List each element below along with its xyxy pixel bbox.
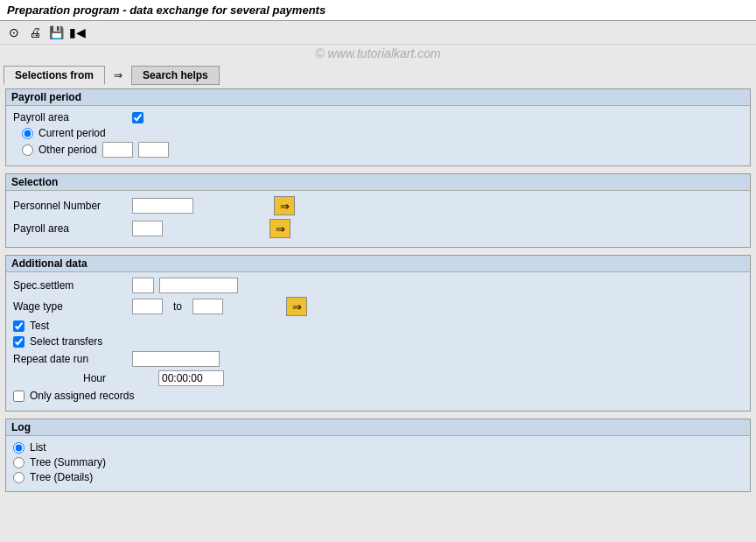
additional-data-section: Additional data Spec.settlem Wage type t… — [5, 255, 751, 412]
current-period-label: Current period — [38, 127, 106, 139]
other-period-row: Other period — [13, 142, 743, 158]
test-checkbox[interactable] — [13, 320, 24, 332]
personnel-number-input[interactable] — [132, 198, 193, 214]
other-period-label: Other period — [38, 144, 97, 156]
test-row: Test — [13, 320, 743, 332]
personnel-number-nav-btn[interactable]: ⇒ — [274, 196, 295, 215]
tree-details-radio-row: Tree (Details) — [13, 471, 743, 483]
forward-icon[interactable]: 🖨 — [26, 24, 44, 41]
personnel-number-label: Personnel Number — [13, 200, 127, 212]
payroll-area-label: Payroll area — [13, 111, 127, 123]
repeat-date-run-label: Repeat date run — [13, 353, 127, 365]
log-header: Log — [6, 419, 750, 436]
wage-type-input[interactable] — [132, 299, 163, 314]
stop-icon[interactable]: ▮◀ — [68, 24, 86, 41]
back-icon[interactable]: ⊙ — [5, 24, 23, 41]
only-assigned-row: Only assigned records — [13, 390, 743, 402]
payroll-period-section: Payroll period Payroll area Current peri… — [5, 88, 751, 166]
current-period-radio[interactable] — [22, 128, 33, 139]
hour-row: Hour 00:00:00 — [13, 370, 743, 386]
other-period-input2[interactable] — [138, 142, 169, 158]
repeat-date-run-row: Repeat date run — [13, 351, 743, 367]
personnel-number-row: Personnel Number ⇒ — [13, 196, 743, 215]
spec-settlem-row: Spec.settlem — [13, 278, 743, 293]
wage-type-label: Wage type — [13, 300, 127, 313]
selection-section: Selection Personnel Number ⇒ Payroll are… — [5, 173, 751, 248]
hour-label: Hour — [83, 372, 153, 384]
tree-summary-radio[interactable] — [13, 457, 24, 468]
tab-search-helps[interactable]: Search helps — [131, 66, 220, 85]
payroll-area-checkbox[interactable] — [132, 112, 144, 123]
tree-details-label: Tree (Details) — [30, 471, 93, 483]
payroll-period-header: Payroll period — [6, 89, 750, 106]
tab-bar: Selections from ⇒ Search helps — [0, 62, 756, 85]
spec-settlem-input1[interactable] — [132, 278, 154, 293]
payroll-area-row: Payroll area — [13, 111, 743, 123]
select-transfers-label: Select transfers — [30, 335, 102, 348]
tab-arrow-icon: ⇒ — [108, 66, 128, 85]
spec-settlem-label: Spec.settlem — [13, 279, 127, 292]
tab-selections-from[interactable]: Selections from — [4, 66, 105, 85]
other-period-input1[interactable] — [102, 142, 133, 158]
selection-payroll-area-row: Payroll area ⇒ — [13, 219, 743, 238]
test-label: Test — [30, 320, 49, 332]
hour-input[interactable]: 00:00:00 — [158, 370, 224, 386]
select-transfers-row: Select transfers — [13, 335, 743, 348]
wage-type-to-input[interactable] — [192, 299, 223, 314]
wage-type-nav-btn[interactable]: ⇒ — [286, 297, 307, 316]
list-radio[interactable] — [13, 442, 24, 454]
current-period-row: Current period — [13, 127, 743, 139]
selection-header: Selection — [6, 174, 750, 191]
save-icon[interactable]: 💾 — [47, 24, 65, 41]
tree-summary-label: Tree (Summary) — [30, 456, 106, 468]
repeat-date-run-input[interactable] — [132, 351, 220, 367]
title-bar: Preparation program - data exchange for … — [0, 0, 756, 21]
additional-data-header: Additional data — [6, 256, 750, 272]
watermark: © www.tutorialkart.com — [0, 45, 756, 62]
select-transfers-checkbox[interactable] — [13, 336, 24, 348]
toolbar: ⊙ 🖨 💾 ▮◀ — [0, 21, 756, 45]
spec-settlem-input2[interactable] — [159, 278, 238, 293]
list-radio-row: List — [13, 441, 743, 454]
to-label: to — [173, 300, 182, 313]
selection-payroll-area-nav-btn[interactable]: ⇒ — [270, 219, 290, 238]
only-assigned-checkbox[interactable] — [13, 391, 24, 402]
selection-payroll-area-input[interactable] — [132, 221, 163, 236]
selection-payroll-area-label: Payroll area — [13, 222, 127, 235]
wage-type-row: Wage type to ⇒ — [13, 297, 743, 316]
tree-summary-radio-row: Tree (Summary) — [13, 456, 743, 468]
list-label: List — [30, 441, 46, 454]
log-section: Log List Tree (Summary) Tree (Details) — [5, 419, 751, 492]
only-assigned-label: Only assigned records — [30, 390, 134, 402]
tree-details-radio[interactable] — [13, 472, 24, 483]
other-period-radio[interactable] — [22, 144, 33, 156]
